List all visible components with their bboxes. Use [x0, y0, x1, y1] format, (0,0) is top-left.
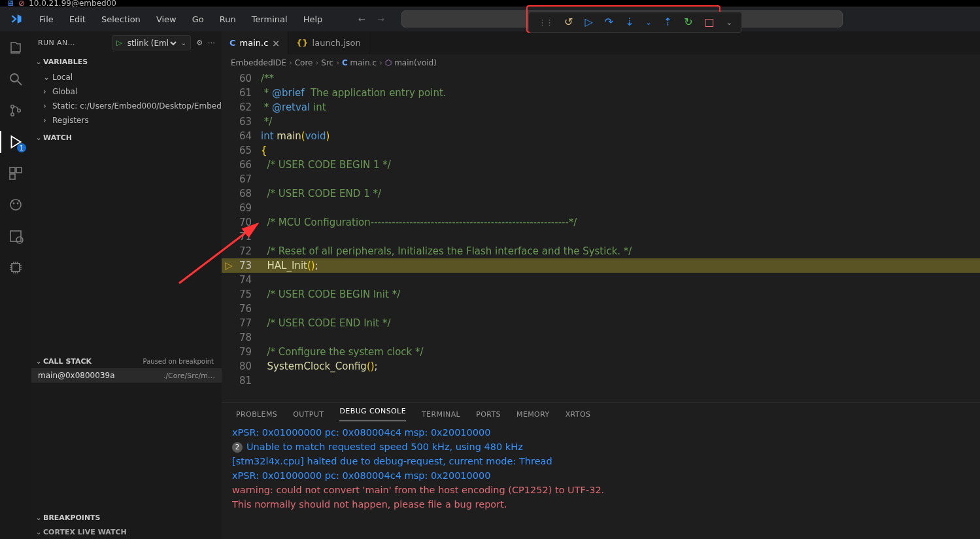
nav-arrows: ← →	[358, 14, 384, 24]
variables-scope[interactable]: Registers	[31, 113, 222, 128]
section-watch[interactable]: ⌄WATCH	[31, 130, 222, 145]
code-line[interactable]: 63 */	[222, 114, 980, 129]
panel-tab[interactable]: PORTS	[476, 410, 501, 419]
code-line[interactable]: 67	[222, 172, 980, 186]
cmake-icon[interactable]	[7, 228, 24, 245]
code-line[interactable]: 80 SystemClock_Config();	[222, 359, 980, 374]
console-line: This normally should not happen, please …	[232, 497, 970, 512]
code-editor[interactable]: 60/**61 * @brief The application entry p…	[222, 71, 980, 402]
menu-selection[interactable]: Selection	[95, 10, 147, 28]
menu-edit[interactable]: Edit	[63, 10, 92, 28]
search-icon[interactable]	[7, 71, 24, 88]
vscode-logo-icon	[0, 12, 33, 26]
menu-help[interactable]: Help	[297, 10, 329, 28]
svg-rect-6	[16, 167, 22, 173]
code-line[interactable]: 79 /* Configure the system clock */	[222, 345, 980, 359]
run-debug-icon[interactable]: 1	[7, 133, 24, 150]
launch-config-dropdown[interactable]: stlink (Emb	[125, 38, 178, 48]
platformio-icon[interactable]	[7, 196, 24, 213]
start-debug-icon[interactable]: ▷	[116, 39, 122, 47]
svg-point-12	[16, 237, 23, 243]
code-line[interactable]: 60/**	[222, 71, 980, 86]
console-line: [stm32l4x.cpu] halted due to debug-reque…	[232, 454, 970, 468]
more-actions-icon[interactable]: ⋯	[208, 39, 215, 47]
panel-tab[interactable]: XRTOS	[566, 410, 591, 419]
code-line[interactable]: 62 * @retval int	[222, 100, 980, 114]
step-over-icon[interactable]: ↷	[605, 17, 613, 27]
code-line[interactable]: 65{	[222, 143, 980, 158]
breadcrumb-segment[interactable]: Core	[295, 58, 313, 67]
restart-icon[interactable]: ↻	[684, 17, 692, 27]
panel-tab[interactable]: OUTPUT	[293, 410, 324, 419]
debug-toolbar-more-icon[interactable]: ⌄	[726, 19, 732, 26]
variables-scope[interactable]: Local	[31, 70, 222, 84]
editor-tab[interactable]: Cmain.c×	[222, 31, 288, 54]
code-line[interactable]: 69	[222, 201, 980, 215]
menu-terminal[interactable]: Terminal	[245, 10, 294, 28]
chip-icon[interactable]	[7, 259, 24, 276]
menu-file[interactable]: File	[33, 10, 60, 28]
close-tab-icon[interactable]: ×	[272, 38, 280, 48]
breadcrumb-segment[interactable]: ⬡ main(void)	[385, 58, 437, 67]
step-out-icon[interactable]: ⇡	[664, 17, 672, 27]
code-line[interactable]: 77 /* USER CODE END Init */	[222, 316, 980, 330]
editor-tab[interactable]: {}launch.json	[288, 31, 369, 54]
panel-tab[interactable]: PROBLEMS	[236, 410, 277, 419]
code-line[interactable]: 66 /* USER CODE BEGIN 1 */	[222, 158, 980, 172]
breadcrumb[interactable]: EmbeddedIDE›Core›Src›C main.c›⬡ main(voi…	[222, 54, 980, 71]
code-line[interactable]: 74	[222, 273, 980, 287]
code-line[interactable]: 64int main(void)	[222, 129, 980, 143]
code-line[interactable]: ▷73 HAL_Init();	[222, 258, 980, 273]
panel-tabs: PROBLEMSOUTPUTDEBUG CONSOLETERMINALPORTS…	[222, 403, 980, 425]
code-line[interactable]: 76	[222, 302, 980, 316]
panel-tab[interactable]: DEBUG CONSOLE	[339, 407, 406, 421]
code-line[interactable]: 75 /* USER CODE BEGIN Init */	[222, 287, 980, 302]
section-cortex-live-watch[interactable]: ⌄CORTEX LIVE WATCH	[31, 525, 222, 539]
nav-forward-icon[interactable]: →	[377, 14, 384, 24]
code-line[interactable]: 70 /* MCU Configuration-----------------…	[222, 215, 980, 230]
menu-view[interactable]: View	[150, 10, 183, 28]
debug-toolbar[interactable]: ⋮⋮ ↺ ▷ ↷ ⇣ ⌄ ⇡ ↻ □ ⌄	[528, 12, 742, 33]
extensions-icon[interactable]	[7, 165, 24, 182]
nav-back-icon[interactable]: ←	[358, 14, 365, 24]
variables-scope[interactable]: Static: c:/Users/Embed000/Desktop/Embed	[31, 99, 222, 113]
breadcrumb-segment[interactable]: Src	[321, 58, 333, 67]
step-into-dropdown-icon[interactable]: ⌄	[646, 19, 652, 26]
debug-console[interactable]: xPSR: 0x01000000 pc: 0x080004c4 msp: 0x2…	[222, 425, 980, 539]
stop-icon[interactable]: □	[705, 17, 715, 27]
menu-run[interactable]: Run	[213, 10, 243, 28]
console-line: xPSR: 0x01000000 pc: 0x080004c4 msp: 0x2…	[232, 425, 970, 440]
source-control-icon[interactable]	[7, 102, 24, 119]
current-line-icon: ▷	[222, 258, 236, 273]
breadcrumb-segment[interactable]: EmbeddedIDE	[231, 58, 286, 67]
code-line[interactable]: 72 /* Reset of all peripherals, Initiali…	[222, 244, 980, 258]
panel-tab[interactable]: MEMORY	[516, 410, 550, 419]
continue-icon[interactable]: ▷	[584, 17, 592, 27]
breadcrumb-segment[interactable]: C main.c	[342, 58, 377, 67]
callstack-status: Paused on breakpoint	[143, 358, 219, 365]
section-breakpoints[interactable]: ⌄BREAKPOINTS	[31, 510, 222, 525]
code-line[interactable]: 61 * @brief The application entry point.	[222, 86, 980, 100]
variables-tree: LocalGlobalStatic: c:/Users/Embed000/Des…	[31, 69, 222, 130]
reset-icon[interactable]: ↺	[564, 17, 573, 27]
menu-bar: File Edit Selection View Go Run Terminal…	[33, 10, 329, 28]
panel-tab[interactable]: TERMINAL	[422, 410, 460, 419]
code-line[interactable]: 68 /* USER CODE END 1 */	[222, 186, 980, 201]
remote-connection-bar: 🖥 ⊘ 10.0.21.99@embed00	[0, 0, 980, 7]
variables-scope[interactable]: Global	[31, 84, 222, 99]
menu-go[interactable]: Go	[186, 10, 211, 28]
launch-config-selector[interactable]: ▷ stlink (Emb ⌄	[112, 35, 191, 50]
section-variables[interactable]: ⌄VARIABLES	[31, 54, 222, 69]
code-line[interactable]: 81	[222, 374, 980, 388]
explorer-icon[interactable]	[7, 39, 24, 56]
code-line[interactable]: 71	[222, 230, 980, 244]
drag-handle-icon[interactable]: ⋮⋮	[538, 18, 552, 27]
code-line[interactable]: 78	[222, 330, 980, 345]
gear-icon[interactable]: ⚙	[196, 39, 203, 47]
editor-tabs: Cmain.c×{}launch.json	[222, 31, 980, 54]
step-into-icon[interactable]: ⇣	[625, 17, 634, 27]
callstack-frame[interactable]: main@0x0800039a./Core/Src/m…	[31, 368, 222, 383]
svg-point-2	[11, 105, 14, 108]
chevron-down-icon[interactable]: ⌄	[181, 39, 186, 46]
section-callstack[interactable]: ⌄CALL STACK Paused on breakpoint	[31, 354, 222, 368]
